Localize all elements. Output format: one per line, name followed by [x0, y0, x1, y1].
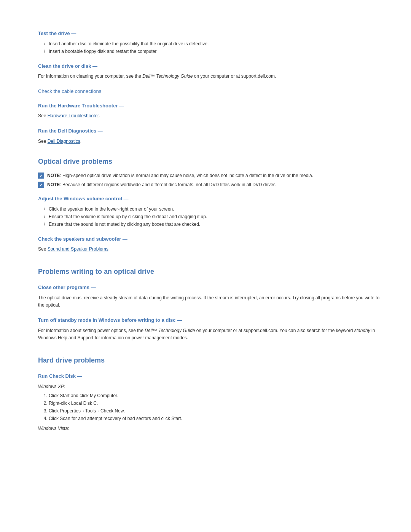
clean-drive-text-2: on your computer or at support.dell.com.	[193, 73, 276, 79]
optical-note-2: ✓ NOTE: Because of different regions wor…	[38, 181, 381, 188]
standby-mode-heading: Turn off standby mode in Windows before …	[38, 316, 381, 324]
hardware-troubleshooter-heading: Run the Hardware Troubleshooter —	[38, 102, 381, 110]
hard-drive-section: Hard drive problems	[38, 355, 381, 366]
dell-diagnostics-body: See Dell Diagnostics.	[38, 138, 381, 145]
hardware-troubleshooter-section: Run the Hardware Troubleshooter — See Ha…	[38, 102, 381, 120]
dell-diagnostics-see: See	[38, 139, 48, 144]
standby-mode-body: For information about setting power opti…	[38, 327, 381, 342]
clean-drive-text-1: For information on cleaning your compute…	[38, 73, 142, 79]
test-drive-bullet-2: Insert a bootable floppy disk and restar…	[44, 48, 381, 55]
hardware-troubleshooter-link[interactable]: Hardware Troubleshooter	[48, 113, 99, 118]
close-programs-section: Close other programs — The optical drive…	[38, 284, 381, 309]
adjust-volume-section: Adjust the Windows volume control — Clic…	[38, 195, 381, 228]
test-drive-bullets: Insert another disc to eliminate the pos…	[44, 40, 381, 55]
clean-drive-body: For information on cleaning your compute…	[38, 73, 381, 80]
hardware-troubleshooter-suffix: .	[99, 113, 100, 118]
windows-vista-label: Windows Vista:	[38, 425, 381, 432]
dell-diagnostics-link[interactable]: Dell Diagnostics	[48, 139, 80, 144]
check-speakers-body: See Sound and Speaker Problems.	[38, 246, 381, 253]
windows-xp-steps: Click Start and click My Computer. Right…	[49, 392, 381, 422]
hardware-troubleshooter-see: See	[38, 113, 48, 118]
adjust-volume-bullets: Click the speaker icon in the lower-righ…	[44, 206, 381, 228]
optical-drive-section: Optical drive problems ✓ NOTE: High-spee…	[38, 157, 381, 188]
problems-writing-section: Problems writing to an optical drive	[38, 267, 381, 277]
problems-writing-heading: Problems writing to an optical drive	[38, 267, 381, 277]
check-speakers-link[interactable]: Sound and Speaker Problems	[48, 246, 108, 252]
check-cable-section: Check the cable connections	[38, 88, 381, 95]
check-cable-heading: Check the cable connections	[38, 88, 381, 95]
test-drive-section: Test the drive — Insert another disc to …	[38, 30, 381, 55]
clean-drive-heading: Clean the drive or disk —	[38, 62, 381, 70]
optical-note-1: ✓ NOTE: High-speed optical drive vibrati…	[38, 172, 381, 179]
check-speakers-section: Check the speakers and subwoofer — See S…	[38, 235, 381, 253]
adjust-volume-bullet-2: Ensure that the volume is turned up by c…	[44, 213, 381, 220]
adjust-volume-bullet-1: Click the speaker icon in the lower-righ…	[44, 206, 381, 212]
close-programs-heading: Close other programs —	[38, 284, 381, 291]
test-drive-heading: Test the drive —	[38, 30, 381, 37]
dell-diagnostics-section: Run the Dell Diagnostics — See Dell Diag…	[38, 127, 381, 145]
run-check-disk-heading: Run Check Disk —	[38, 372, 381, 380]
standby-keyword: standby	[354, 328, 370, 333]
dell-diagnostics-heading: Run the Dell Diagnostics —	[38, 127, 381, 135]
step-3: Click Properties→Tools→Check Now.	[49, 407, 381, 414]
hardware-troubleshooter-body: See Hardware Troubleshooter.	[38, 112, 381, 120]
dell-diagnostics-suffix: .	[80, 139, 81, 144]
step-2: Right-click Local Disk C.	[49, 400, 381, 407]
run-check-disk-section: Run Check Disk — Windows XP: Click Start…	[38, 372, 381, 432]
windows-xp-label: Windows XP:	[38, 383, 381, 390]
step-1: Click Start and click My Computer.	[49, 392, 381, 399]
standby-text-1: For information about setting power opti…	[38, 328, 145, 333]
optical-drive-heading: Optical drive problems	[38, 157, 381, 167]
adjust-volume-heading: Adjust the Windows volume control —	[38, 195, 381, 203]
check-speakers-suffix: .	[108, 246, 110, 252]
note-text-2: NOTE: Because of different regions world…	[47, 181, 277, 188]
note-icon-1: ✓	[38, 173, 44, 179]
close-programs-body: The optical drive must receive a steady …	[38, 294, 381, 309]
note-icon-2: ✓	[38, 182, 44, 188]
check-speakers-heading: Check the speakers and subwoofer —	[38, 235, 381, 243]
standby-text-2: on your computer or at support.dell.com.…	[195, 328, 354, 333]
step-4: Click Scan for and attempt recovery of b…	[49, 415, 381, 422]
hard-drive-heading: Hard drive problems	[38, 355, 381, 366]
clean-drive-italic: Dell™ Technology Guide	[142, 73, 193, 79]
adjust-volume-bullet-3: Ensure that the sound is not muted by cl…	[44, 221, 381, 228]
standby-italic: Dell™ Technology Guide	[145, 328, 195, 333]
note-text-1: NOTE: High-speed optical drive vibration…	[47, 172, 313, 179]
check-speakers-see: See	[38, 246, 48, 252]
clean-drive-section: Clean the drive or disk — For informatio…	[38, 62, 381, 80]
test-drive-bullet-1: Insert another disc to eliminate the pos…	[44, 40, 381, 47]
standby-mode-section: Turn off standby mode in Windows before …	[38, 316, 381, 342]
